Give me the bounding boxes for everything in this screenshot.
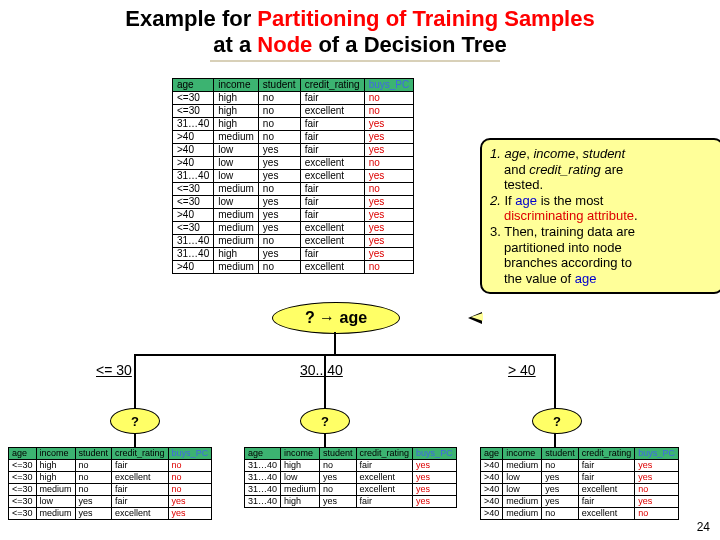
branch-label-mid: 30.. 40 [300, 362, 343, 378]
tree-line [134, 354, 556, 356]
title-line2a: at a [213, 32, 257, 57]
root-node-bubble: ? → age [272, 302, 400, 334]
branch-table-right: ageincomestudentcredit_ratingbuys_PC>40m… [480, 447, 712, 520]
branch-table-left: ageincomestudentcredit_ratingbuys_PC<=30… [8, 447, 240, 520]
child-node-bubble: ? [300, 408, 350, 434]
tree-line [324, 432, 326, 447]
child-node-bubble: ? [110, 408, 160, 434]
child-node-bubble: ? [532, 408, 582, 434]
branch-label-left: <= 30 [96, 362, 132, 378]
page-number: 24 [697, 520, 710, 534]
branch-label-right: > 40 [508, 362, 536, 378]
tree-line [134, 432, 136, 447]
tree-line [554, 432, 556, 447]
tree-line [134, 354, 136, 408]
title-red1: Partitioning of Training Samples [257, 6, 594, 31]
title-underline [210, 60, 500, 62]
main-data-table: ageincomestudentcredit_ratingbuys_PC<=30… [172, 78, 414, 274]
title-line2b: of a Decision Tree [312, 32, 506, 57]
explanation-callout: 1. age, income, student and credit_ratin… [480, 138, 720, 294]
tree-line [554, 354, 556, 408]
branch-table-mid: ageincomestudentcredit_ratingbuys_PC31…4… [244, 447, 476, 508]
title-red2: Node [257, 32, 312, 57]
tree-line [334, 332, 336, 354]
title-prefix: Example for [125, 6, 257, 31]
